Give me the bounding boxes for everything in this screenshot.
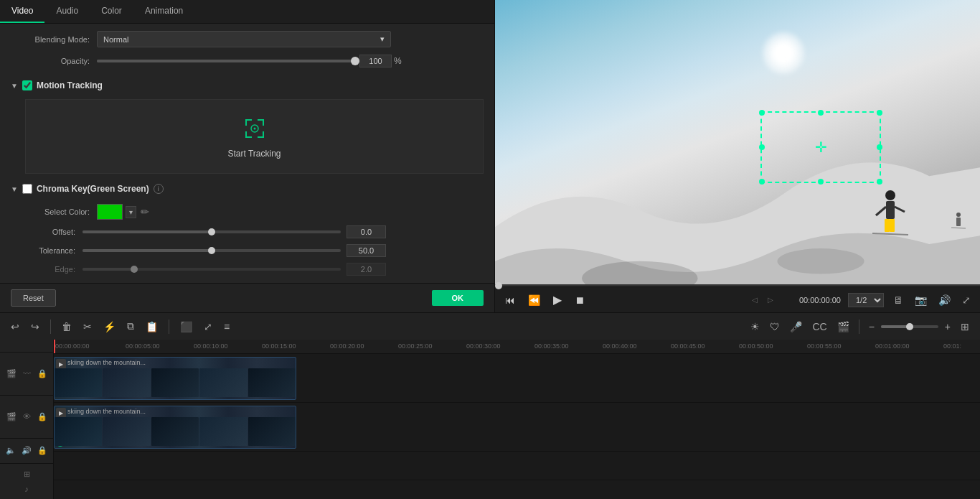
audio-speaker-icon[interactable]: 🔊 <box>22 446 32 455</box>
play-button[interactable]: ▶ <box>550 292 565 308</box>
tracking-selection-box[interactable]: ✛ <box>760 111 881 183</box>
edge-thumb[interactable] <box>131 266 138 273</box>
offset-label: Offset: <box>11 228 75 236</box>
tolerance-slider[interactable] <box>83 249 341 252</box>
copy-button[interactable]: ⧉ <box>123 318 138 335</box>
clip-2-frames <box>55 417 296 446</box>
offset-slider[interactable] <box>83 230 341 233</box>
edge-slider[interactable] <box>83 268 341 271</box>
volume-icon[interactable]: 🔊 <box>936 294 953 306</box>
motion-tracking-box: Start Tracking <box>25 99 484 174</box>
rewind-button[interactable]: ⏮ <box>502 293 518 307</box>
start-tracking-label[interactable]: Start Tracking <box>227 149 281 159</box>
blending-value: Normal <box>103 35 128 44</box>
track-2-video-icon[interactable]: 🎬 <box>6 412 17 421</box>
tab-audio[interactable]: Audio <box>44 0 90 23</box>
color-dropdown-icon[interactable]: ▾ <box>126 206 136 218</box>
offset-thumb[interactable] <box>208 228 215 235</box>
svg-line-8 <box>872 233 908 235</box>
prev-frame-button[interactable]: ⏪ <box>525 293 543 307</box>
edge-input[interactable] <box>347 263 386 276</box>
ruler-mark-7: 00:00:35:00 <box>534 342 569 350</box>
delete-button[interactable]: 🗑 <box>58 319 75 335</box>
time-ruler[interactable]: 00:00:00:00 00:00:05:00 00:00:10:00 00:0… <box>54 340 980 354</box>
chroma-key-title: Chroma Key(Green Screen) <box>37 184 149 194</box>
zoom-slider[interactable] <box>881 325 938 328</box>
undo-button[interactable]: ↩ <box>7 319 23 335</box>
tab-video[interactable]: Video <box>0 0 44 23</box>
shield-icon-button[interactable]: 🛡 <box>766 319 783 335</box>
opacity-input[interactable] <box>359 55 392 67</box>
zoom-thumb[interactable] <box>906 323 913 330</box>
blending-select[interactable]: Normal ▾ <box>97 31 391 47</box>
mic-icon-button[interactable]: 🎤 <box>786 319 806 335</box>
clip-1[interactable]: ▶ skiing down the mountain... <box>54 357 296 400</box>
fullscreen-icon[interactable]: ⤢ <box>960 294 973 306</box>
add-audio-icon[interactable]: ♪ <box>24 485 29 493</box>
grid-icon-button[interactable]: ⊞ <box>957 319 973 335</box>
track-1-video-icon[interactable]: 🎬 <box>6 369 17 378</box>
progress-bar-track[interactable] <box>495 284 980 286</box>
opacity-row: Opacity: % <box>11 55 484 67</box>
opacity-unit: % <box>394 56 402 66</box>
ok-button[interactable]: OK <box>432 290 484 306</box>
opacity-slider-track[interactable] <box>97 60 355 62</box>
color-swatch[interactable] <box>97 204 123 220</box>
toolbar-separator-2 <box>169 320 169 334</box>
clip-2[interactable]: ▶ skiing down the mountain... M <box>54 406 296 449</box>
motion-tracking-checkbox[interactable] <box>22 80 32 90</box>
stop-button[interactable]: ⏹ <box>572 293 588 307</box>
progress-thumb[interactable] <box>495 282 502 289</box>
timeline-container: 🎬 〰 🔒 🎬 👁 🔒 🔈 🔊 🔒 ⊞ ♪ 00:00:00:00 00:00:… <box>0 340 980 499</box>
zoom-in-button[interactable]: + <box>941 319 954 335</box>
handle-bottom-right[interactable] <box>877 179 882 185</box>
add-media-icon[interactable]: ⊞ <box>24 470 30 479</box>
playhead[interactable] <box>54 340 55 354</box>
handle-top-left[interactable] <box>759 110 765 116</box>
tab-color[interactable]: Color <box>90 0 133 23</box>
tab-animation[interactable]: Animation <box>133 0 194 23</box>
tolerance-input[interactable] <box>347 244 386 257</box>
monitor-icon[interactable]: 🖥 <box>891 294 905 306</box>
handle-bottom-left[interactable] <box>759 179 765 185</box>
handle-top-right[interactable] <box>877 110 882 116</box>
tolerance-thumb[interactable] <box>208 247 215 254</box>
offset-input[interactable] <box>347 225 386 238</box>
sun-icon-button[interactable]: ☀ <box>747 319 763 335</box>
handle-bottom-mid[interactable] <box>818 179 824 185</box>
camera-icon[interactable]: 📷 <box>913 294 929 306</box>
handle-top-mid[interactable] <box>818 110 824 116</box>
opacity-slider-thumb[interactable] <box>351 57 359 65</box>
redo-button[interactable]: ↪ <box>27 319 43 335</box>
fit-button[interactable]: ⤢ <box>200 319 216 335</box>
audio-lock-icon[interactable]: 🔒 <box>37 446 47 455</box>
chroma-key-header[interactable]: ▼ Chroma Key(Green Screen) i <box>11 179 484 198</box>
toolbar-separator-1 <box>50 320 51 334</box>
adjust-button[interactable]: ≡ <box>220 319 233 335</box>
track-2-lock-icon[interactable]: 🔒 <box>37 412 47 421</box>
audio-mute-icon[interactable]: 🔈 <box>6 446 16 455</box>
eyedropper-icon[interactable]: ✏ <box>141 206 149 218</box>
track-1-motion-icon[interactable]: 〰 <box>23 369 31 378</box>
frame-fwd-icon[interactable]: ▷ <box>768 296 773 304</box>
paste-button[interactable]: 📋 <box>142 319 161 335</box>
handle-mid-right[interactable] <box>877 144 882 150</box>
svg-point-1 <box>253 128 255 130</box>
tracking-target-icon <box>240 114 269 143</box>
ratio-select[interactable]: 1/2 <box>848 293 884 307</box>
motion-tracking-header[interactable]: ▼ Motion Tracking <box>11 76 484 95</box>
svg-line-9 <box>876 207 886 215</box>
caption-icon-button[interactable]: CC <box>809 319 830 335</box>
chroma-key-checkbox[interactable] <box>22 184 32 194</box>
split-button[interactable]: ⚡ <box>100 319 119 335</box>
handle-mid-left[interactable] <box>759 144 765 150</box>
frame-back-icon[interactable]: ◁ <box>752 296 758 304</box>
media-icon-button[interactable]: 🎬 <box>834 319 853 335</box>
track-1-lock-icon[interactable]: 🔒 <box>37 369 47 378</box>
track-2-eye-icon[interactable]: 👁 <box>23 412 31 421</box>
chroma-key-info-icon[interactable]: i <box>154 184 164 194</box>
zoom-out-button[interactable]: − <box>865 319 878 335</box>
cut-button[interactable]: ✂ <box>80 319 95 335</box>
crop-button[interactable]: ⬛ <box>176 319 196 335</box>
reset-button[interactable]: Reset <box>11 289 56 307</box>
